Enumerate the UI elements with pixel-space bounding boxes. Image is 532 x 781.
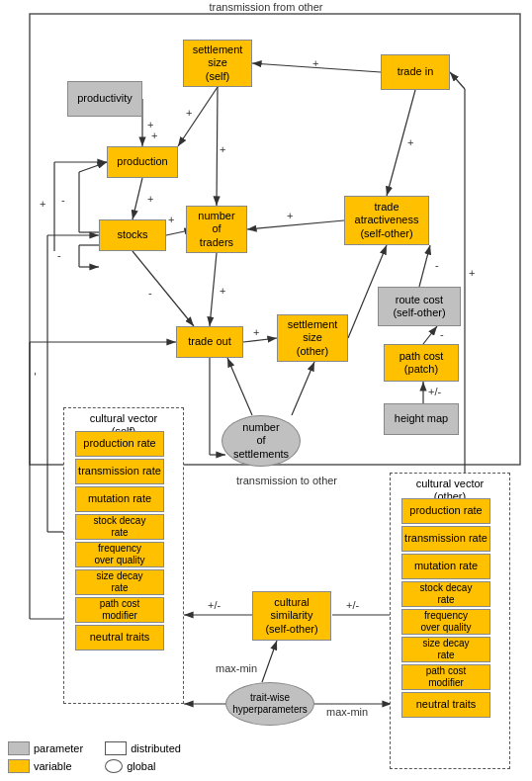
svg-text:-: - xyxy=(435,259,439,271)
svg-line-7 xyxy=(133,251,194,326)
size-decay-other: size decay rate xyxy=(401,637,490,662)
svg-text:+/-: +/- xyxy=(208,599,221,611)
svg-line-21 xyxy=(247,220,344,229)
svg-text:+: + xyxy=(253,326,259,338)
stocks-node: stocks xyxy=(99,219,166,251)
freq-self: frequency over quality xyxy=(75,542,164,567)
svg-text:+: + xyxy=(312,57,318,69)
svg-text:-: - xyxy=(57,249,61,261)
svg-text:+: + xyxy=(186,107,192,119)
cultural-similarity-node: cultural similarity (self-other) xyxy=(252,591,331,641)
trans-rate-self: transmission rate xyxy=(75,459,164,484)
svg-text:-: - xyxy=(61,194,65,206)
trait-hyperparams-node: trait-wise hyperparameters xyxy=(225,682,314,726)
number-settlements-node: number of settlements xyxy=(222,415,301,467)
svg-line-19 xyxy=(210,253,217,326)
svg-text:+: + xyxy=(168,214,174,225)
svg-text:+/-: +/- xyxy=(346,599,359,611)
stock-decay-other: stock decay rate xyxy=(401,581,490,607)
trade-attractiveness-node: trade atractiveness (self-other) xyxy=(344,196,429,245)
mut-rate-other: mutation rate xyxy=(401,554,490,579)
svg-line-5 xyxy=(133,178,142,219)
svg-text:-: - xyxy=(148,287,152,299)
svg-line-13 xyxy=(217,87,218,206)
legend-global: global xyxy=(105,759,181,773)
svg-line-23 xyxy=(243,338,277,342)
settlement-size-self-node: settlement size (self) xyxy=(183,40,252,87)
svg-text:-: - xyxy=(440,328,444,340)
svg-text:+: + xyxy=(147,193,153,205)
stock-decay-self: stock decay rate xyxy=(75,514,164,540)
legend-parameter: parameter xyxy=(8,741,83,755)
neutral-self: neutral traits xyxy=(75,625,164,651)
transmission-from-other-label: transmission from other xyxy=(210,1,323,13)
svg-text:+: + xyxy=(220,285,225,297)
legend-variable: variable xyxy=(8,759,83,773)
svg-line-32 xyxy=(292,362,314,415)
svg-line-31 xyxy=(227,358,252,415)
svg-line-64 xyxy=(79,162,107,172)
trade-out-node: trade out xyxy=(176,326,243,358)
prod-rate-other: production rate xyxy=(401,498,490,524)
legend-dist-icon xyxy=(105,741,127,755)
svg-text:+: + xyxy=(220,143,225,155)
path-cost-mod-other: path cost modifier xyxy=(401,664,490,690)
legend: parameter variable distributed global xyxy=(8,741,181,773)
neutral-other: neutral traits xyxy=(401,692,490,718)
diagram-container: transmission from other transmission to … xyxy=(0,0,532,781)
svg-line-27 xyxy=(423,326,437,344)
trade-in-node: trade in xyxy=(381,54,450,90)
svg-text:+/-: +/- xyxy=(428,386,441,397)
mut-rate-self: mutation rate xyxy=(75,486,164,512)
settlement-size-other-node: settlement size (other) xyxy=(277,314,348,362)
legend-var-icon xyxy=(8,759,30,773)
prod-rate-self: production rate xyxy=(75,431,164,457)
transmission-to-other-label: transmission to other xyxy=(236,475,337,486)
svg-text:+: + xyxy=(469,267,475,279)
svg-text:max-min: max-min xyxy=(326,706,368,718)
svg-text:max-min: max-min xyxy=(216,662,257,674)
legend-global-icon xyxy=(105,759,123,773)
size-decay-self: size decay rate xyxy=(75,569,164,595)
height-map-node: height map xyxy=(384,403,459,435)
svg-text:+: + xyxy=(407,136,413,148)
svg-text:+: + xyxy=(151,130,157,141)
number-traders-node: number of traders xyxy=(186,206,247,253)
svg-line-25 xyxy=(419,245,430,287)
production-node: production xyxy=(107,146,178,178)
path-cost-mod-self: path cost modifier xyxy=(75,597,164,623)
svg-text:+: + xyxy=(40,198,45,210)
route-cost-node: route cost (self-other) xyxy=(378,287,461,326)
svg-line-11 xyxy=(178,87,218,146)
productivity-node: productivity xyxy=(67,81,142,117)
trans-rate-other: transmission rate xyxy=(401,526,490,552)
legend-distributed: distributed xyxy=(105,741,181,755)
svg-line-56 xyxy=(450,72,465,89)
legend-param-icon xyxy=(8,741,30,755)
freq-other: frequency over quality xyxy=(401,609,490,635)
svg-line-47 xyxy=(262,641,277,682)
path-cost-node: path cost (patch) xyxy=(384,344,459,382)
svg-text:+: + xyxy=(287,210,293,221)
